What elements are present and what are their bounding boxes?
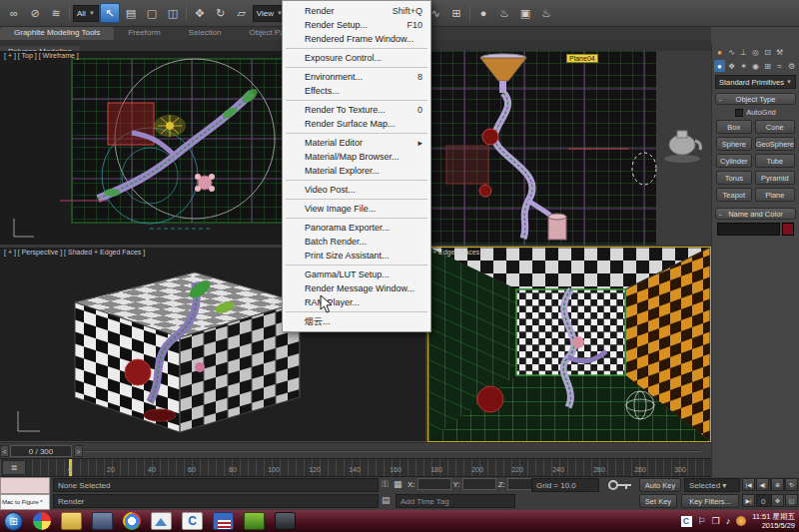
time-tag-icon[interactable]: ▤ — [382, 495, 391, 505]
spacewarps-icon[interactable]: ≈ — [774, 60, 785, 72]
zoom-icon[interactable]: ⊕ — [771, 478, 784, 491]
taskbar-app-computer[interactable] — [92, 512, 113, 530]
absolute-offset-toggle-icon[interactable]: ▦ — [394, 479, 402, 489]
menu-item-render-surface-map[interactable]: Render Surface Map... — [283, 117, 430, 131]
window-crossing-icon[interactable]: ◫ — [163, 3, 183, 23]
bind-spacewarp-icon[interactable]: ≋ — [46, 3, 66, 23]
menu-item-render-message-window[interactable]: Render Message Window... — [283, 281, 430, 295]
select-by-name-icon[interactable]: ▤ — [121, 3, 141, 23]
hierarchy-tab-icon[interactable]: ⊥ — [738, 46, 749, 58]
menu-item-render[interactable]: RenderShift+Q — [283, 4, 430, 18]
rendered-frame-icon[interactable]: ▣ — [515, 3, 535, 23]
scale-icon[interactable]: ▱ — [232, 3, 252, 23]
rectangular-region-icon[interactable]: ▢ — [142, 3, 162, 23]
modify-tab-icon[interactable]: ∿ — [726, 46, 737, 58]
selection-lock-icon[interactable]: ⚿ — [382, 479, 389, 490]
schematic-view-icon[interactable]: ⊞ — [446, 3, 466, 23]
time-slider-handle[interactable]: 0 / 300 — [10, 445, 72, 457]
taskbar-app-pinwheel[interactable] — [33, 512, 51, 530]
viewport-camera[interactable]: + Edged Faces ] — [428, 248, 710, 441]
taskbar-app-chrome[interactable] — [123, 512, 141, 530]
selection-filter-dropdown[interactable]: All▼ — [73, 5, 99, 22]
orbit-icon[interactable]: ↻ — [785, 478, 798, 491]
plane-button[interactable]: Plane — [755, 188, 795, 202]
unlink-selection-icon[interactable]: ⊘ — [25, 3, 45, 23]
select-object-icon[interactable]: ↖ — [100, 3, 120, 23]
taskbar-app-image-viewer[interactable] — [151, 512, 172, 530]
viewport-camera-label[interactable]: + Edged Faces ] — [432, 249, 483, 256]
material-editor-icon[interactable]: ● — [473, 3, 493, 23]
name-color-header[interactable]: -Name and Color — [715, 208, 796, 220]
taskbar-clock[interactable]: 11:51 星期五 2015/5/29 — [752, 512, 795, 530]
go-to-start-button[interactable]: |◀ — [742, 478, 755, 491]
menu-item-material-map-browser[interactable]: Material/Map Browser... — [283, 150, 430, 164]
render-production-icon[interactable]: ♨ — [536, 3, 556, 23]
menu-item-video-post[interactable]: Video Post... — [283, 183, 430, 197]
cone-button[interactable]: Cone — [755, 120, 795, 134]
render-setup-icon[interactable]: ♨ — [494, 3, 514, 23]
auto-key-button[interactable]: Auto Key — [639, 478, 681, 492]
systems-icon[interactable]: ⚙ — [786, 60, 797, 72]
pyramid-button[interactable]: Pyramid — [755, 171, 795, 185]
menu-item-environment[interactable]: Environment...8 — [283, 70, 430, 84]
selection-set-dropdown[interactable]: Selected ▾ — [684, 478, 740, 492]
viewport-front[interactable]: Plane04 — [428, 51, 710, 245]
maximize-viewport-icon[interactable]: ◱ — [785, 494, 798, 507]
menu-item-render-setup[interactable]: Render Setup...F10 — [283, 18, 430, 32]
prev-frame-button[interactable]: ◀| — [756, 478, 769, 491]
tray-speaker-icon[interactable]: ♪ — [726, 516, 731, 526]
shapes-icon[interactable]: ❖ — [726, 60, 737, 72]
tray-flag-icon[interactable]: ⚐ — [698, 516, 706, 526]
object-color-swatch[interactable] — [782, 223, 794, 236]
object-name-field[interactable] — [717, 223, 780, 236]
lights-icon[interactable]: ✶ — [738, 60, 749, 72]
cylinder-button[interactable]: Cylinder — [716, 154, 752, 168]
tray-c-icon[interactable]: C — [681, 516, 692, 527]
rotate-icon[interactable]: ↻ — [211, 3, 231, 23]
motion-tab-icon[interactable]: ◎ — [750, 46, 761, 58]
primitive-category-dropdown[interactable]: Standard Primitives▼ — [715, 75, 796, 89]
sphere-button[interactable]: Sphere — [716, 137, 752, 151]
menu-item-exposure-control[interactable]: Exposure Control... — [283, 51, 430, 65]
track-bar[interactable]: ≣ 0 20 40 60 80 100 120 140 160 180 200 … — [0, 458, 711, 477]
mini-curve-editor-icon[interactable]: ≣ — [2, 460, 26, 475]
taskbar-app-phone[interactable] — [275, 512, 296, 530]
frame-back-arrow[interactable]: < — [0, 445, 9, 457]
menu-item-material-editor[interactable]: Material Editor▸ — [283, 136, 430, 150]
menu-item-effects[interactable]: Effects... — [283, 84, 430, 98]
viewport-perspective-label[interactable]: [ + ] [ Perspective ] [ Shaded + Edged F… — [4, 249, 145, 256]
y-field[interactable] — [462, 478, 496, 490]
helpers-icon[interactable]: ⊞ — [762, 60, 773, 72]
geometry-icon[interactable]: ● — [714, 60, 725, 72]
utilities-tab-icon[interactable]: ⚒ — [774, 46, 785, 58]
taskbar-app-c[interactable]: C — [182, 512, 203, 530]
display-tab-icon[interactable]: ⊡ — [762, 46, 773, 58]
set-key-button[interactable]: Set Key — [639, 494, 677, 508]
time-slider-track[interactable] — [84, 450, 701, 452]
menu-item-material-explorer[interactable]: Material Explorer... — [283, 164, 430, 178]
menu-item-batch-render[interactable]: Batch Render... — [283, 235, 430, 249]
frame-forward-arrow[interactable]: > — [74, 445, 83, 457]
pan-icon[interactable]: ✥ — [771, 494, 784, 507]
autogrid-checkbox[interactable] — [735, 109, 743, 117]
menu-item-view-image-file[interactable]: View Image File... — [283, 202, 430, 216]
menu-item-plugin[interactable]: 烟云... — [283, 314, 430, 328]
tab-selection[interactable]: Selection — [175, 27, 236, 40]
box-button[interactable]: Box — [716, 120, 752, 134]
geosphere-button[interactable]: GeoSphere — [755, 137, 795, 151]
viewport-top-label[interactable]: [ + ] [ Top ] [ Wireframe ] — [4, 52, 79, 59]
create-tab-icon[interactable]: ● — [714, 46, 725, 58]
menu-item-print-size-assistant[interactable]: Print Size Assistant... — [283, 249, 430, 263]
object-type-header[interactable]: -Object Type — [715, 93, 796, 105]
x-field[interactable] — [417, 478, 451, 490]
maxscript-mini-listener[interactable]: Mac to Figure * — [0, 494, 50, 510]
menu-item-gamma-lut-setup[interactable]: Gamma/LUT Setup... — [283, 267, 430, 281]
maxscript-macro-recorder[interactable] — [0, 477, 50, 494]
go-to-end-button[interactable]: ▶| — [742, 494, 755, 507]
taskbar-app-explorer[interactable] — [61, 512, 82, 530]
torus-button[interactable]: Torus — [716, 171, 752, 185]
tray-window-icon[interactable]: ❐ — [712, 516, 720, 526]
tab-freeform[interactable]: Freeform — [114, 27, 174, 40]
start-button[interactable]: ⊞ — [4, 512, 23, 531]
move-icon[interactable]: ✥ — [190, 3, 210, 23]
